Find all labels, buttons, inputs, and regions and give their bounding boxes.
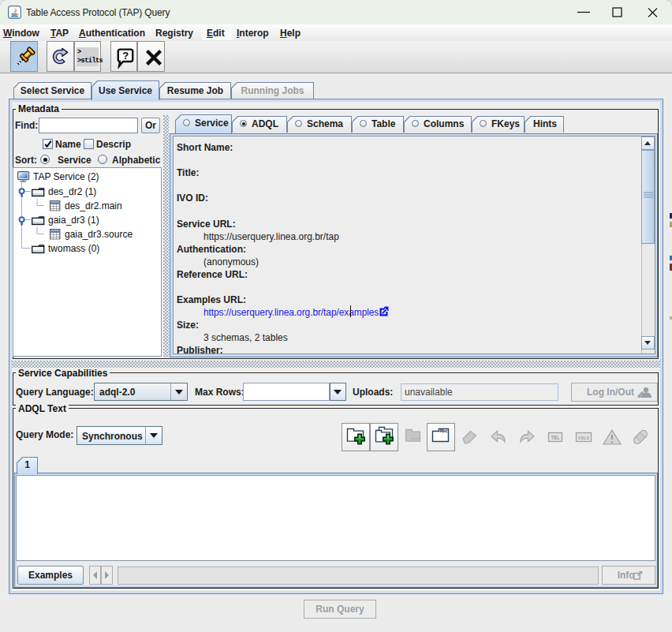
svg-text:TBL: TBL bbox=[551, 436, 560, 441]
svg-text:COLS: COLS bbox=[578, 436, 589, 441]
svg-text:?: ? bbox=[122, 50, 129, 62]
svg-text:Abc: Abc bbox=[439, 428, 448, 434]
